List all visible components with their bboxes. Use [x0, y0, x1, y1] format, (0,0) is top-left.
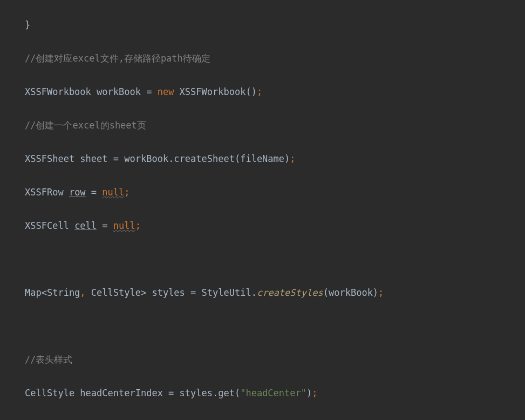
code-line: Map<String, CellStyle> styles = StyleUti… [25, 284, 525, 301]
code-text: XSSFWorkbook workBook [25, 86, 146, 97]
blank-line [25, 251, 525, 268]
code-line: //创建一个excel的sheet页 [25, 117, 525, 134]
code-line: XSSFCell cell = null; [25, 218, 525, 234]
code-line: //表头样式 [25, 351, 525, 368]
code-editor[interactable]: } //创建对应excel文件,存储路径path待确定 XSSFWorkbook… [0, 0, 525, 420]
close-brace: } [25, 19, 30, 30]
code-line: XSSFWorkbook workBook = new XSSFWorkbook… [25, 84, 525, 100]
var-cell: cell [74, 220, 97, 231]
keyword-new: new [158, 86, 174, 97]
blank-line [25, 318, 525, 335]
keyword-null: null [102, 187, 124, 198]
keyword-null: null [113, 220, 135, 231]
code-line: CellStyle headCenterIndex = styles.get("… [25, 385, 525, 402]
code-line: //创建对应excel文件,存储路径path待确定 [25, 50, 525, 67]
string-literal: "headCenter" [240, 388, 306, 398]
static-method: createStyles [257, 287, 323, 298]
comment: //创建一个excel的sheet页 [25, 120, 146, 131]
code-line: } [25, 17, 525, 33]
code-line: XSSFRow row = null; [25, 184, 525, 201]
comment: //表头样式 [25, 354, 72, 365]
comment: //创建对应excel文件,存储路径path待确定 [25, 53, 210, 64]
var-row: row [69, 187, 86, 198]
code-line: XSSFSheet sheet = workBook.createSheet(f… [25, 151, 525, 167]
